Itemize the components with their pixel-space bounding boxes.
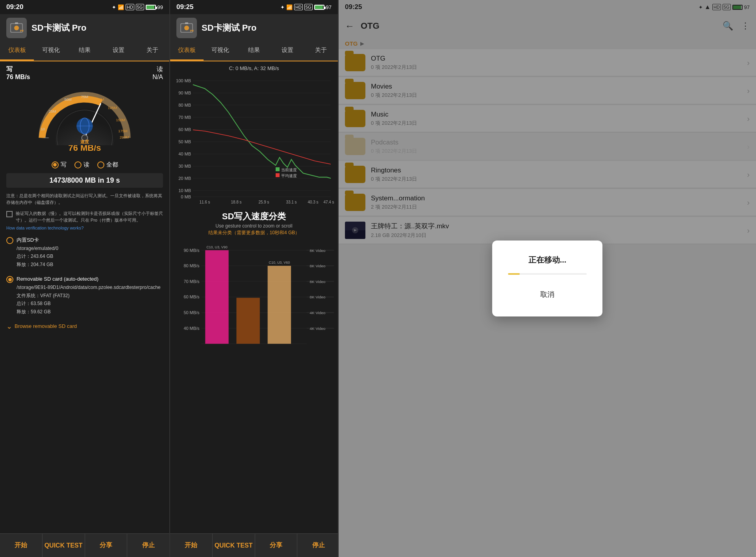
svg-rect-78 — [236, 298, 259, 344]
modal-title: 正在移动... — [508, 255, 587, 265]
left-status-bar: 09:20 ✦ 📶 HD 5G 99 — [0, 0, 169, 14]
svg-text:C10, U3, V60: C10, U3, V60 — [269, 261, 290, 265]
middle-stop-button[interactable]: 停止 — [297, 534, 339, 557]
line-chart[interactable]: 100 MB 90 MB 80 MB 70 MB 60 MB 50 MB 40 … — [173, 73, 335, 207]
svg-text:70 MB: 70 MB — [178, 115, 191, 120]
svg-text:8K Video: 8K Video — [310, 295, 326, 299]
svg-text:50 MB: 50 MB — [178, 139, 191, 144]
middle-nav-tabs: 仪表板 可视化 结果 设置 关于 — [170, 42, 338, 61]
middle-tab-visualize[interactable]: 可视化 — [204, 42, 237, 61]
svg-text:平均速度: 平均速度 — [281, 174, 297, 178]
middle-app-header: PRO SD卡测试 Pro — [170, 14, 338, 42]
verify-checkbox-label: 验证写入的数据（慢）。这可以检测到卡是否损坏或假（实际尺寸小于标签尺寸）。运行一… — [16, 210, 163, 223]
left-panel: 09:20 ✦ 📶 HD 5G 99 PRO SD卡测试 Pro 仪表板 可视化… — [0, 0, 169, 557]
left-tab-settings[interactable]: 设置 — [102, 42, 135, 61]
svg-point-2 — [14, 26, 19, 30]
middle-status-bar: 09:25 ✦ 📶 HD 5G 97 — [170, 0, 338, 14]
modal-progress-fill — [508, 273, 520, 275]
storage2-item[interactable]: Removable SD card (auto-detected) /stora… — [0, 272, 169, 319]
svg-text:18.8 s: 18.8 s — [231, 200, 241, 204]
left-quick-button[interactable]: QUICK TEST — [43, 534, 85, 557]
middle-wifi-icon: 📶 — [286, 4, 293, 10]
middle-share-button[interactable]: 分享 — [255, 534, 298, 557]
svg-text:175M: 175M — [118, 129, 128, 133]
notice-text: 注意：总是在两个相同的读取测试之间运行写入测试。一旦文件被读取，系统将其存储在内… — [0, 190, 169, 208]
middle-tab-about[interactable]: 关于 — [304, 42, 338, 61]
middle-app-icon: PRO — [176, 18, 197, 38]
modal-progress-bar — [508, 273, 587, 275]
mode-all[interactable]: 全都 — [97, 161, 118, 168]
left-status-icons: ✦ 📶 HD 5G 99 — [112, 4, 163, 10]
left-stop-button[interactable]: 停止 — [127, 534, 169, 557]
5g-icon: 5G — [136, 4, 144, 10]
gauge-section: 写 76 MB/s 读 N/A — [0, 61, 169, 157]
verify-checkbox[interactable] — [6, 211, 13, 217]
storage2-radio[interactable] — [6, 276, 13, 283]
gauge-display: 10 25M 50M 75M 100M 125M 150M 175M 200M … — [32, 82, 138, 145]
svg-text:PRO: PRO — [20, 29, 24, 33]
svg-text:100M: 100M — [95, 97, 104, 102]
left-battery-icon — [146, 5, 156, 10]
line-chart-svg: 100 MB 90 MB 80 MB 70 MB 60 MB 50 MB 40 … — [173, 73, 335, 207]
left-tab-dashboard[interactable]: 仪表板 — [0, 42, 34, 61]
svg-text:150M: 150M — [116, 118, 126, 122]
svg-text:75M: 75M — [81, 94, 88, 99]
left-share-button[interactable]: 分享 — [85, 534, 128, 557]
middle-tab-results[interactable]: 结果 — [237, 42, 271, 61]
middle-quick-button[interactable]: QUICK TEST — [213, 534, 255, 557]
mode-write[interactable]: 写 — [52, 161, 67, 168]
left-tab-about[interactable]: 关于 — [135, 42, 169, 61]
svg-point-26 — [184, 26, 189, 30]
svg-text:60 MB/s: 60 MB/s — [183, 294, 199, 299]
write-radio[interactable] — [52, 161, 59, 168]
wifi-icon: 📶 — [118, 4, 124, 10]
middle-panel: 09:25 ✦ 📶 HD 5G 97 PRO SD卡测试 Pro 仪表板 可视化… — [169, 0, 339, 557]
left-tab-visualize[interactable]: 可视化 — [34, 42, 68, 61]
moving-modal: 正在移动... 取消 — [492, 241, 602, 316]
svg-text:11.6 s: 11.6 s — [199, 200, 210, 204]
all-radio[interactable] — [97, 161, 104, 168]
svg-text:4K Video: 4K Video — [310, 326, 326, 331]
svg-text:4K Video: 4K Video — [310, 311, 326, 315]
storage1-radio[interactable] — [6, 237, 13, 244]
classification-title: SD写入速度分类 — [170, 211, 338, 222]
svg-rect-60 — [276, 173, 280, 177]
left-app-title: SD卡测试 Pro — [32, 22, 86, 34]
read-radio[interactable] — [74, 161, 82, 168]
svg-text:当前速度: 当前速度 — [281, 168, 297, 172]
classification-subtitle: Use gesture control to zoom or scroll — [170, 223, 338, 229]
middle-tab-dashboard[interactable]: 仪表板 — [170, 42, 204, 61]
svg-rect-27 — [185, 22, 188, 24]
svg-rect-79 — [268, 266, 291, 344]
middle-battery-pct: 97 — [326, 4, 332, 10]
mode-read[interactable]: 读 — [74, 161, 89, 168]
middle-status-icons: ✦ 📶 HD 5G 97 — [280, 4, 332, 10]
svg-text:90 MB: 90 MB — [178, 91, 191, 95]
bar-chart-svg: 90 MB/s 80 MB/s 70 MB/s 60 MB/s 50 MB/s … — [174, 242, 334, 391]
middle-tab-settings[interactable]: 设置 — [271, 42, 304, 61]
svg-rect-58 — [276, 167, 280, 171]
right-panel: 09:25 ✦ ▲ HD 5G 97 ← OTG 🔍 ⋮ OTG ▶ OTG 0… — [339, 0, 756, 557]
middle-start-button[interactable]: 开始 — [170, 534, 213, 557]
svg-text:C10, U3, V90: C10, U3, V90 — [206, 245, 228, 249]
svg-text:100 MB: 100 MB — [176, 78, 191, 83]
storage1-item[interactable]: 内置SD卡 /storage/emulated/0 总计：243.64 GB 释… — [0, 233, 169, 272]
svg-text:8K Video: 8K Video — [310, 279, 326, 284]
storage1-info: 内置SD卡 /storage/emulated/0 总计：243.64 GB 释… — [17, 236, 58, 268]
svg-rect-3 — [15, 22, 18, 24]
svg-text:10: 10 — [41, 127, 44, 131]
svg-text:80 MB/s: 80 MB/s — [183, 263, 199, 268]
left-tab-results[interactable]: 结果 — [68, 42, 102, 61]
middle-battery-icon — [314, 5, 324, 10]
verify-link[interactable]: How data verification technology works? — [0, 226, 169, 233]
svg-rect-76 — [205, 250, 228, 344]
svg-text:25M: 25M — [49, 109, 56, 113]
bar-chart-area[interactable]: 90 MB/s 80 MB/s 70 MB/s 60 MB/s 50 MB/s … — [170, 238, 338, 403]
modal-cancel-button[interactable]: 取消 — [508, 287, 587, 302]
verify-checkbox-row: 验证写入的数据（慢）。这可以检测到卡是否损坏或假（实际尺寸小于标签尺寸）。运行一… — [0, 208, 169, 226]
middle-hd-icon: HD — [294, 4, 303, 10]
left-start-button[interactable]: 开始 — [0, 534, 43, 557]
svg-text:60 MB: 60 MB — [178, 127, 191, 132]
svg-text:20 MB: 20 MB — [178, 176, 191, 181]
browse-row[interactable]: ⌄ Browse removable SD card — [0, 319, 169, 334]
